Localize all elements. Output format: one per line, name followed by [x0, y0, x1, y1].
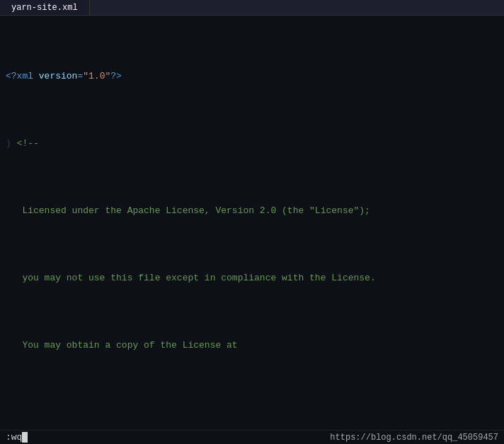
vim-command: :wq [6, 432, 22, 443]
status-url: https://blog.csdn.net/qq_45059457 [330, 433, 498, 443]
command-line: :wq https://blog.csdn.net/qq_45059457 [0, 430, 504, 444]
line-4: you may not use this file except in comp… [6, 271, 498, 285]
cursor [22, 432, 28, 443]
line-indicator: ) [6, 137, 11, 150]
line-5: You may obtain a copy of the License at [6, 338, 498, 352]
line-1: <?xml version="1.0"?> [6, 69, 498, 83]
line-2: ) <!-- [6, 137, 498, 150]
editor-window: yarn-site.xml <?xml version="1.0"?> ) <!… [0, 0, 504, 444]
line-6 [6, 406, 498, 419]
content-area: <?xml version="1.0"?> ) <!-- Licensed un… [0, 16, 504, 430]
tab-bar: yarn-site.xml [0, 0, 504, 16]
xml-declaration: <?xml [6, 69, 39, 83]
line-3: Licensed under the Apache License, Versi… [6, 204, 498, 217]
active-tab[interactable]: yarn-site.xml [0, 0, 90, 15]
code-view: <?xml version="1.0"?> ) <!-- Licensed un… [0, 16, 504, 430]
